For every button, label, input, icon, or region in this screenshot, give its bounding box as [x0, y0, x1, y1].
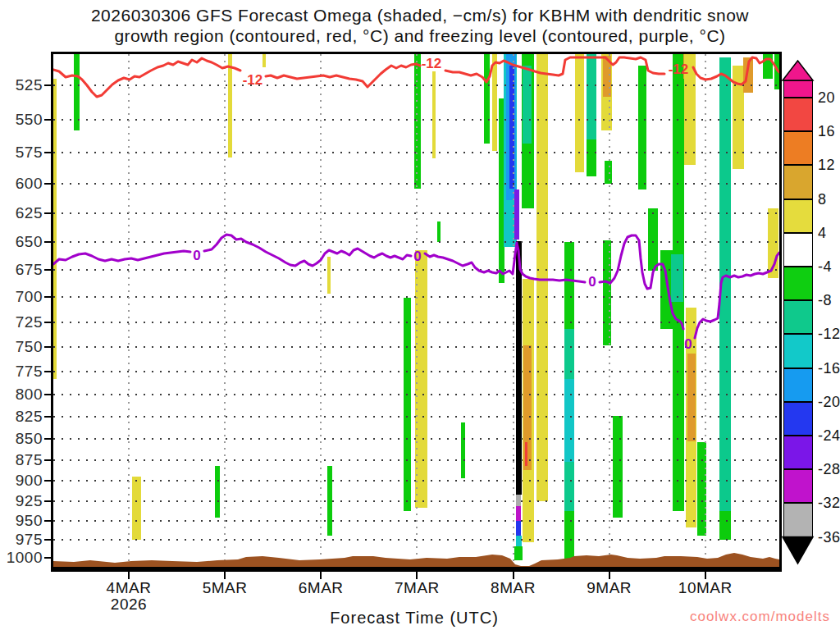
y-tick-mark — [44, 346, 51, 348]
y-tick-label: 975 — [2, 531, 43, 549]
plot-area — [53, 54, 779, 567]
day-gridline — [224, 54, 226, 567]
colorbar-tick-label: 8 — [818, 191, 827, 208]
y-tick-label: 700 — [2, 288, 43, 306]
omega-band — [228, 54, 233, 158]
y-tick-mark — [44, 500, 51, 502]
y-tick-label: 750 — [2, 338, 43, 356]
x-axis-title: Forecast Time (UTC) — [209, 609, 619, 628]
x-tick-label: 5MAR — [192, 579, 258, 597]
omega-band — [516, 536, 522, 546]
y-tick-mark — [44, 296, 51, 298]
chart-title: 2026030306 GFS Forecast Omega (shaded, −… — [0, 5, 840, 46]
colorbar-swatch — [783, 334, 813, 368]
x-tick-mark — [128, 570, 130, 579]
day-gridline — [705, 54, 706, 567]
omega-band — [327, 257, 331, 294]
y-tick-mark — [44, 416, 51, 418]
omega-band — [404, 298, 411, 511]
y-tick-mark — [44, 371, 51, 372]
omega-band — [671, 254, 683, 302]
omega-band — [536, 54, 548, 501]
colorbar-swatch — [783, 233, 813, 267]
omega-band — [516, 521, 521, 536]
y-tick-mark — [44, 394, 51, 395]
forecast-cross-section-screenshot: 2026030306 GFS Forecast Omega (shaded, −… — [0, 0, 840, 630]
x-tick-mark — [609, 570, 610, 579]
omega-band — [215, 466, 220, 518]
y-tick-label: 625 — [2, 204, 43, 222]
x-tick-label: 8MAR — [481, 579, 546, 597]
omega-band — [648, 208, 659, 271]
y-tick-mark — [44, 241, 51, 243]
x-tick-mark — [705, 570, 706, 579]
omega-band — [53, 79, 57, 379]
y-tick-mark — [44, 183, 51, 185]
y-tick-label: 900 — [2, 472, 43, 490]
y-tick-mark — [44, 539, 51, 541]
y-tick-label: 925 — [2, 492, 43, 510]
watermark-link[interactable]: coolwx.com/modelts — [690, 609, 830, 625]
omega-band — [687, 354, 696, 441]
y-tick-label: 825 — [2, 408, 43, 426]
colorbar-tick-label: -8 — [818, 292, 832, 309]
day-gridline — [320, 54, 322, 567]
omega-band — [523, 66, 532, 144]
y-tick-mark — [44, 84, 51, 86]
colorbar-swatch — [783, 368, 813, 402]
x-tick-mark — [320, 570, 322, 579]
y-tick-label: 850 — [2, 430, 43, 448]
omega-band — [564, 379, 575, 462]
colorbar-tick-label: 12 — [818, 157, 835, 174]
colorbar-swatch — [783, 131, 813, 165]
x-tick-mark — [416, 570, 418, 579]
colorbar-swatch — [783, 503, 813, 536]
omega-band — [492, 54, 497, 151]
colorbar-swatch — [783, 165, 813, 199]
omega-band — [587, 54, 597, 139]
y-tick-mark — [44, 520, 51, 522]
y-tick-mark — [44, 119, 51, 121]
omega-band — [743, 57, 754, 93]
x-tick-label: 4MAR — [96, 579, 162, 597]
y-tick-mark — [44, 480, 51, 482]
omega-band — [719, 57, 731, 512]
day-gridline — [128, 54, 130, 567]
omega-band — [684, 54, 696, 165]
omega-band — [262, 54, 267, 67]
x-tick-sublabel: 2026 — [96, 596, 162, 614]
chart-title-line2: growth region (contoured, red, °C) and f… — [114, 26, 725, 45]
omega-band — [132, 477, 142, 540]
colorbar-swatch — [783, 300, 813, 334]
y-tick-mark — [44, 269, 51, 271]
colorbar-tick-label: -12 — [818, 326, 840, 343]
omega-band — [525, 442, 528, 466]
x-tick-mark — [224, 570, 226, 579]
colorbar-swatch — [783, 98, 813, 131]
y-tick-label: 1000 — [2, 549, 43, 567]
y-tick-label: 525 — [2, 76, 43, 94]
omega-band — [564, 242, 575, 329]
omega-band — [587, 139, 597, 176]
y-tick-label: 650 — [2, 233, 43, 251]
omega-band — [516, 241, 522, 495]
omega-band — [613, 416, 623, 517]
y-tick-mark — [44, 322, 51, 323]
colorbar-swatch — [783, 469, 813, 503]
colorbar-tick-label: -4 — [818, 258, 832, 276]
colorbar-tick-label: -32 — [818, 495, 840, 512]
omega-band — [564, 511, 575, 559]
y-tick-label: 775 — [2, 363, 43, 381]
y-tick-label: 550 — [2, 111, 43, 129]
colorbar-swatch — [783, 436, 813, 469]
y-tick-label: 600 — [2, 175, 43, 193]
omega-band — [514, 546, 523, 560]
x-tick-label: 10MAR — [673, 579, 738, 597]
colorbar-tick-label: -24 — [818, 427, 840, 445]
colorbar-tick-label: 4 — [818, 225, 827, 242]
omega-band — [514, 189, 519, 240]
y-tick-mark — [44, 459, 51, 461]
colorbar-arrow-up — [783, 61, 813, 80]
omega-band — [575, 54, 585, 172]
omega-band — [763, 54, 773, 79]
